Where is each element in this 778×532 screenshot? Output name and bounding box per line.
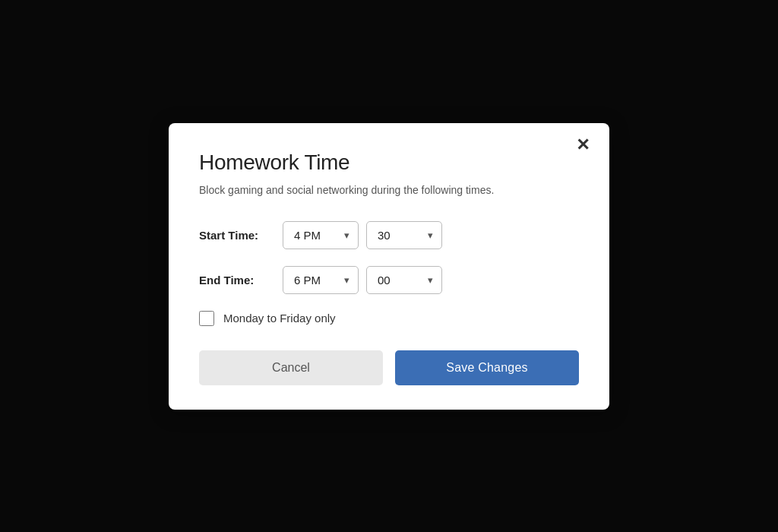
save-changes-button[interactable]: Save Changes [395,350,579,385]
end-minute-select[interactable]: 00051015 20253035 40455055 [366,266,442,294]
end-hour-select[interactable]: 12 AM1 AM2 AM3 AM 4 AM5 AM6 AM7 AM 8 AM9… [283,266,359,294]
start-minute-select[interactable]: 00051015 20253035 40455055 [366,221,442,249]
start-hour-select[interactable]: 12 AM1 AM2 AM3 AM 4 AM5 AM6 AM7 AM 8 AM9… [283,221,359,249]
modal-actions: Cancel Save Changes [199,350,579,385]
start-time-row: Start Time: 12 AM1 AM2 AM3 AM 4 AM5 AM6 … [199,221,579,249]
weekdays-checkbox-row: Monday to Friday only [199,311,579,326]
end-minute-wrapper: 00051015 20253035 40455055 ▾ [366,266,442,294]
close-button[interactable]: ✕ [570,134,596,157]
modal-description: Block gaming and social networking durin… [199,182,579,198]
weekdays-label[interactable]: Monday to Friday only [223,312,336,325]
weekdays-checkbox[interactable] [199,311,214,326]
start-minute-wrapper: 00051015 20253035 40455055 ▾ [366,221,442,249]
end-time-label: End Time: [199,274,283,287]
modal-overlay: ✕ Homework Time Block gaming and social … [0,0,778,532]
end-hour-wrapper: 12 AM1 AM2 AM3 AM 4 AM5 AM6 AM7 AM 8 AM9… [283,266,359,294]
end-time-row: End Time: 12 AM1 AM2 AM3 AM 4 AM5 AM6 AM… [199,266,579,294]
start-time-label: Start Time: [199,229,283,242]
modal-title: Homework Time [199,150,579,175]
modal-dialog: ✕ Homework Time Block gaming and social … [169,123,609,410]
start-hour-wrapper: 12 AM1 AM2 AM3 AM 4 AM5 AM6 AM7 AM 8 AM9… [283,221,359,249]
cancel-button[interactable]: Cancel [199,350,383,385]
